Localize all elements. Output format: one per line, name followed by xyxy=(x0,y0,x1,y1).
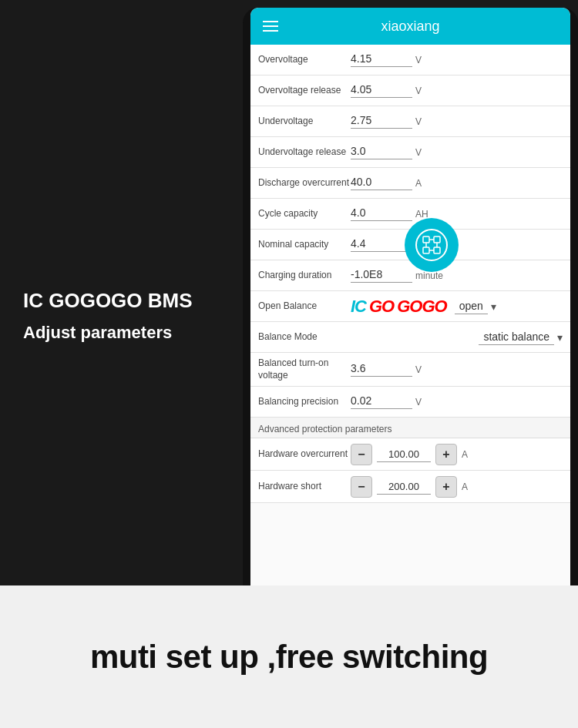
param-value[interactable]: 4.4 xyxy=(351,237,412,252)
param-label: Balanced turn-on voltage xyxy=(258,357,351,381)
svg-rect-2 xyxy=(434,237,440,243)
param-unit: V xyxy=(415,55,422,65)
param-label: Cycle capacity xyxy=(258,208,351,220)
ic-gogogo-logo xyxy=(405,218,463,272)
plus-button-overcurrent[interactable]: + xyxy=(435,444,457,465)
param-label: Balance Mode xyxy=(258,331,351,344)
gogo-text: GOGO xyxy=(397,297,446,317)
param-value[interactable]: 4.15 xyxy=(351,52,412,67)
param-value[interactable]: 4.05 xyxy=(351,83,412,98)
plus-button-short[interactable]: + xyxy=(435,476,457,498)
param-unit: V xyxy=(415,147,422,158)
minus-button-short[interactable]: − xyxy=(351,476,372,498)
app-ui: xiaoxiang Overvoltage 4.15 V xyxy=(250,8,570,585)
param-row-hw-short: Hardware short − 200.00 + A xyxy=(250,471,570,503)
param-row-overvoltage-release: Overvoltage release 4.05 V xyxy=(250,75,570,106)
param-unit: minute xyxy=(415,270,443,281)
circuit-svg xyxy=(415,229,448,261)
balance-mode-dropdown[interactable]: static balance ▾ xyxy=(479,329,563,345)
param-label: Overvoltage xyxy=(258,54,351,66)
param-unit: A xyxy=(415,178,422,189)
param-label: Balancing precision xyxy=(258,396,351,408)
param-row-discharge-overcurrent: Discharge overcurrent 40.0 A xyxy=(250,168,570,199)
param-value[interactable]: 0.02 xyxy=(351,394,412,409)
param-label: Undervoltage xyxy=(258,116,351,128)
param-unit: V xyxy=(415,397,422,408)
hw-value: 100.00 xyxy=(377,447,431,462)
hw-unit: A xyxy=(462,449,468,460)
param-value[interactable]: 3.6 xyxy=(351,362,412,377)
param-label: Open Balance xyxy=(258,300,351,313)
chevron-down-icon: ▾ xyxy=(557,331,563,344)
chevron-down-icon: ▾ xyxy=(491,300,496,313)
param-value[interactable]: 40.0 xyxy=(351,176,412,190)
menu-button[interactable] xyxy=(263,21,278,32)
param-label: Undervoltage release xyxy=(258,146,351,159)
bottom-section: muti set up ,free switching xyxy=(0,585,578,728)
param-row-overvoltage: Overvoltage 4.15 V xyxy=(250,45,570,75)
param-value[interactable]: 4.0 xyxy=(351,206,412,221)
go-text: GO xyxy=(369,297,394,317)
svg-rect-3 xyxy=(423,247,429,253)
param-value[interactable]: 3.0 xyxy=(351,145,412,159)
param-label: Overvoltage release xyxy=(258,85,351,97)
hw-value: 200.00 xyxy=(377,479,431,495)
minus-button-overcurrent[interactable]: − xyxy=(351,444,372,465)
app-title: xiaoxiang xyxy=(381,18,439,35)
left-panel: IC GOGOGO BMS Adjust parameters xyxy=(0,0,243,585)
param-unit: V xyxy=(415,116,422,127)
hw-label: Hardware overcurrent xyxy=(258,448,351,461)
param-row-nominal-capacity: Nominal capacity 4.4 AH xyxy=(250,230,570,260)
param-unit: V xyxy=(415,364,422,375)
svg-rect-4 xyxy=(434,247,440,253)
brand-subtitle: Adjust parameters xyxy=(23,322,172,344)
param-label: Discharge overcurrent xyxy=(258,177,351,190)
dropdown-value: open xyxy=(455,298,488,314)
param-row-undervoltage: Undervoltage 2.75 V xyxy=(250,106,570,137)
param-value[interactable]: -1.0E8 xyxy=(351,268,412,283)
hw-unit: A xyxy=(462,481,468,492)
ic-text: IC xyxy=(351,297,366,317)
svg-point-0 xyxy=(416,230,447,260)
bottom-tagline: muti set up ,free switching xyxy=(90,639,488,676)
params-list: Overvoltage 4.15 V Overvoltage release 4… xyxy=(250,45,570,503)
param-label: Nominal capacity xyxy=(258,239,351,251)
circuit-icon xyxy=(405,218,459,272)
app-content: Overvoltage 4.15 V Overvoltage release 4… xyxy=(250,45,570,585)
param-unit: V xyxy=(415,86,422,96)
phone-frame: xiaoxiang Overvoltage 4.15 V xyxy=(243,8,578,585)
open-balance-dropdown[interactable]: open ▾ xyxy=(455,298,496,314)
brand-title: IC GOGOGO BMS xyxy=(23,288,193,314)
param-row-undervoltage-release: Undervoltage release 3.0 V xyxy=(250,137,570,168)
svg-rect-1 xyxy=(423,237,429,243)
hw-label: Hardware short xyxy=(258,481,351,493)
param-row-balanced-turnon: Balanced turn-on voltage 3.6 V xyxy=(250,353,570,387)
app-header: xiaoxiang xyxy=(250,8,570,45)
param-label: Charging duration xyxy=(258,270,351,282)
param-row-hw-overcurrent: Hardware overcurrent − 100.00 + A xyxy=(250,438,570,471)
right-panel: xiaoxiang Overvoltage 4.15 V xyxy=(243,0,578,585)
section-header-advanced: Advanced protection parameters xyxy=(250,418,570,438)
param-row-balance-mode: Balance Mode static balance ▾ xyxy=(250,322,570,353)
param-value[interactable]: 2.75 xyxy=(351,114,412,129)
param-row-open-balance: Open Balance IC GO GOGO open ▾ xyxy=(250,291,570,322)
dropdown-value: static balance xyxy=(479,329,554,345)
param-row-balancing-precision: Balancing precision 0.02 V xyxy=(250,387,570,418)
